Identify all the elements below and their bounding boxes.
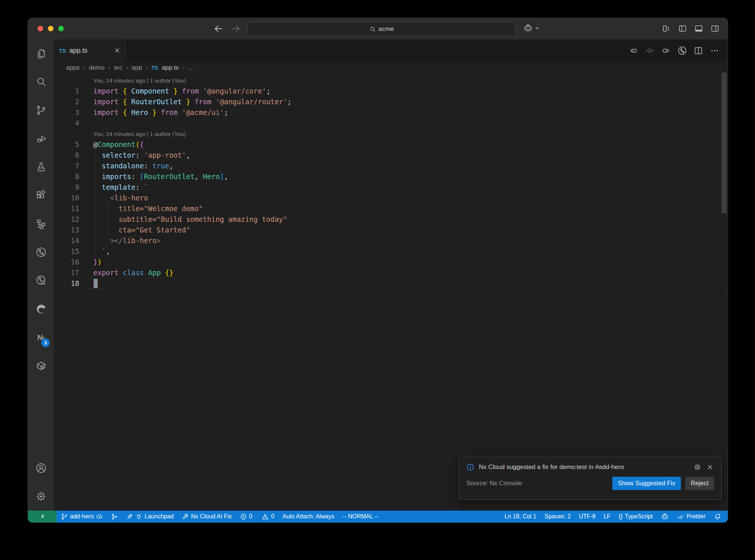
line-number: 18 xyxy=(54,278,79,289)
chevron-right-icon: › xyxy=(182,64,184,71)
tab-app-ts[interactable]: TS app.ts xyxy=(54,39,126,62)
warning-icon xyxy=(262,513,269,520)
status-auto-attach[interactable]: Auto Attach: Always xyxy=(278,511,338,522)
breadcrumb-item[interactable]: src xyxy=(114,64,122,71)
editor-group: TS app.ts xyxy=(54,39,728,511)
code-line: 17export class App {} xyxy=(54,267,728,278)
back-arrow-icon[interactable] xyxy=(213,24,224,34)
breadcrumb-item[interactable]: demo xyxy=(89,64,105,71)
breadcrumb-file[interactable]: app.ts xyxy=(162,64,179,71)
more-actions-icon[interactable] xyxy=(710,46,720,56)
sidebar-item-source-control[interactable] xyxy=(28,96,54,125)
code-line: 9 template: ` xyxy=(54,182,728,193)
status-eol[interactable]: LF xyxy=(599,511,615,522)
status-language[interactable]: {} TypeScript xyxy=(615,511,657,522)
line-number: 10 xyxy=(54,193,79,203)
line-number: 1 xyxy=(54,86,79,97)
gitlens-forward-icon[interactable] xyxy=(661,46,671,56)
code-line: 3import { Hero } from '@acme/ui'; xyxy=(54,107,728,118)
chevron-right-icon: › xyxy=(108,64,110,71)
notification-toast: Nx Cloud suggested a fix for demo:test i… xyxy=(459,457,722,500)
sidebar-item-nx-console[interactable]: N› 3 xyxy=(28,323,54,351)
settings-button[interactable] xyxy=(28,482,54,511)
debug-icon xyxy=(35,133,47,144)
line-number: 15 xyxy=(54,246,79,257)
line-number: 12 xyxy=(54,214,79,225)
reject-button[interactable]: Reject xyxy=(685,477,714,490)
status-copilot[interactable] xyxy=(657,511,673,522)
activity-bar: N› 3 xyxy=(28,39,54,511)
copilot-icon xyxy=(523,23,533,33)
sidebar-item-gitlens[interactable] xyxy=(28,238,54,266)
code-line: 14 ></lib-hero> xyxy=(54,235,728,246)
notification-close-icon[interactable] xyxy=(706,463,714,471)
copilot-icon xyxy=(661,512,669,521)
notification-settings-gear-icon[interactable] xyxy=(693,463,702,471)
show-suggested-fix-button[interactable]: Show Suggested Fix xyxy=(612,477,681,490)
code-line: 4 xyxy=(54,118,728,129)
code-line: 18 xyxy=(54,278,728,289)
editor-scrollbar[interactable] xyxy=(721,73,727,213)
sidebar-item-containers[interactable] xyxy=(28,351,54,380)
status-problems[interactable]: 0 0 xyxy=(236,511,279,522)
toggle-secondary-sidebar-button[interactable] xyxy=(710,24,720,33)
gitlens-back-icon[interactable] xyxy=(629,46,639,56)
gitlens-commit-icon xyxy=(111,513,118,520)
gitlens-prev-change-icon[interactable] xyxy=(645,46,655,56)
sidebar-item-edge-tools[interactable] xyxy=(28,295,54,323)
code-line: 13 cta="Get Started" xyxy=(54,225,728,235)
status-notifications[interactable] xyxy=(710,511,726,522)
breadcrumb-more[interactable]: … xyxy=(188,64,194,71)
sidebar-item-testing[interactable] xyxy=(28,153,54,181)
status-formatter[interactable]: Prettier xyxy=(673,511,710,522)
sidebar-item-project-structure[interactable] xyxy=(28,210,54,238)
toggle-primary-sidebar-button[interactable] xyxy=(678,24,687,33)
close-window-button[interactable] xyxy=(38,26,43,31)
command-center-search[interactable]: acme xyxy=(248,22,515,36)
container-icon xyxy=(35,360,47,371)
breadcrumb-item[interactable]: apps xyxy=(66,64,80,71)
toggle-panel-button[interactable] xyxy=(694,24,703,33)
breadcrumb-item[interactable]: app xyxy=(132,64,142,71)
remote-indicator[interactable] xyxy=(28,511,57,522)
copilot-menu[interactable] xyxy=(523,23,540,33)
breadcrumb: apps › demo › src › app › TS app.ts › … xyxy=(54,62,728,74)
close-tab-button[interactable] xyxy=(114,47,121,54)
line-number: 5 xyxy=(54,139,79,150)
sidebar-item-explorer[interactable] xyxy=(28,39,54,68)
customize-layout-button[interactable] xyxy=(662,24,671,33)
forward-arrow-icon[interactable] xyxy=(230,24,241,34)
status-line-col[interactable]: Ln 18, Col 1 xyxy=(501,511,540,522)
notification-title: Nx Cloud suggested a fix for demo:test i… xyxy=(479,463,689,471)
status-vim-mode[interactable]: -- NORMAL -- xyxy=(338,511,383,522)
code-editor[interactable]: You, 24 minutes ago | 1 author (You)1imp… xyxy=(54,74,728,511)
tab-bar: TS app.ts xyxy=(54,39,728,62)
split-editor-icon[interactable] xyxy=(693,46,703,56)
line-number: 9 xyxy=(54,182,79,193)
sidebar-item-search[interactable] xyxy=(28,68,54,96)
sidebar-item-extensions[interactable] xyxy=(28,181,54,210)
line-number: 6 xyxy=(54,150,79,161)
zoom-window-button[interactable] xyxy=(58,26,64,31)
status-launchpad[interactable]: Launchpad xyxy=(122,511,178,522)
minimize-window-button[interactable] xyxy=(48,26,53,31)
status-indentation[interactable]: Spaces: 2 xyxy=(540,511,575,522)
status-nx-cloud-fix[interactable]: Nx Cloud AI Fix xyxy=(178,511,236,522)
status-bar: add-hero Launchpad Nx Cloud AI Fix xyxy=(28,511,728,522)
search-icon xyxy=(35,76,47,88)
status-encoding[interactable]: UTF-8 xyxy=(575,511,599,522)
chevron-right-icon: › xyxy=(146,64,147,71)
status-gitlens[interactable] xyxy=(107,511,122,522)
line-number: 7 xyxy=(54,161,79,171)
blame-annotation: You, 24 minutes ago | 1 author (You) xyxy=(54,129,728,139)
sidebar-item-run-debug[interactable] xyxy=(28,125,54,153)
wrench-icon xyxy=(182,513,189,520)
notification-source: Source: Nx Console xyxy=(466,480,522,487)
account-button[interactable] xyxy=(28,454,54,482)
code-line: 8 imports: [RouterOutlet, Hero], xyxy=(54,171,728,182)
sidebar-item-gitlens-inspect[interactable] xyxy=(28,266,54,295)
blame-annotation: You, 24 minutes ago | 1 author (You) xyxy=(54,75,728,86)
commit-graph-icon[interactable] xyxy=(677,46,687,56)
chevron-right-icon: › xyxy=(83,64,85,71)
status-branch[interactable]: add-hero xyxy=(57,511,107,522)
